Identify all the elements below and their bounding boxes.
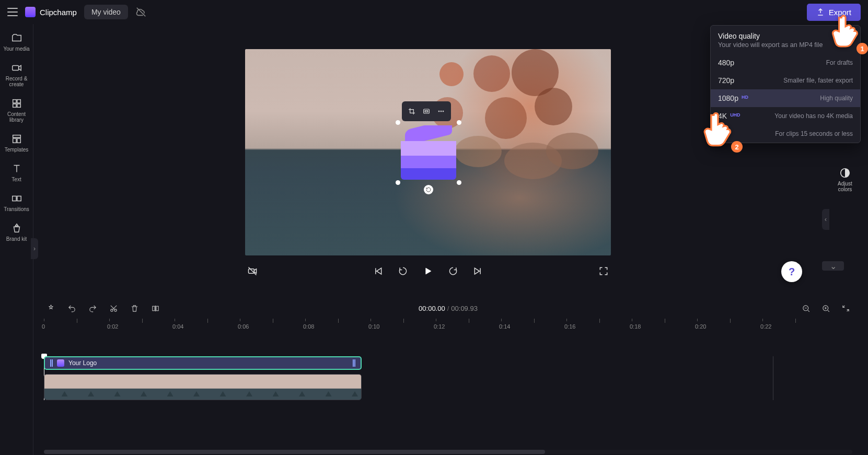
export-quality-menu: Video quality Your video will export as … xyxy=(710,25,861,143)
svg-rect-5 xyxy=(17,104,20,107)
svg-rect-2 xyxy=(13,100,16,103)
fit-button[interactable] xyxy=(420,104,433,118)
fit-timeline-button[interactable] xyxy=(841,304,850,313)
sidebar-item-content-library[interactable]: Content library xyxy=(0,92,33,128)
skip-to-start-button[interactable] xyxy=(371,264,385,278)
right-rail-collapse-toggle[interactable] xyxy=(822,209,829,230)
svg-rect-1 xyxy=(12,65,18,70)
clip-trim-left[interactable] xyxy=(50,359,53,367)
help-button[interactable]: ? xyxy=(781,261,802,282)
svg-rect-20 xyxy=(152,306,154,311)
sidebar-item-text[interactable]: Text xyxy=(0,158,33,188)
more-options-button[interactable] xyxy=(434,104,448,118)
project-title[interactable]: My video xyxy=(84,5,128,19)
fullscreen-button[interactable] xyxy=(596,264,611,278)
selected-element-logo[interactable] xyxy=(398,122,459,183)
skip-to-end-button[interactable] xyxy=(471,264,485,278)
export-button[interactable]: Export xyxy=(807,4,861,21)
playback-controls xyxy=(245,264,611,278)
menu-button[interactable] xyxy=(7,8,18,16)
timeline-end-marker xyxy=(773,356,773,400)
timeline-tracks[interactable]: Your Logo xyxy=(44,356,852,400)
svg-rect-7 xyxy=(13,138,16,143)
timeline-toolbar: 00:00.00/00:09.93 xyxy=(33,298,863,319)
clip-thumbnail-icon xyxy=(57,359,64,367)
track-clip-video[interactable] xyxy=(44,374,362,400)
svg-rect-21 xyxy=(156,306,158,311)
cloud-offline-icon[interactable] xyxy=(135,6,147,18)
svg-rect-11 xyxy=(423,109,429,113)
sidebar-item-your-media[interactable]: Your media xyxy=(0,27,33,57)
svg-rect-3 xyxy=(17,100,20,103)
svg-point-13 xyxy=(440,111,441,112)
svg-rect-9 xyxy=(12,196,16,201)
element-toolbar xyxy=(402,101,451,121)
delete-button[interactable] xyxy=(130,304,139,313)
svg-line-16 xyxy=(248,267,256,275)
export-menu-title: Video quality xyxy=(718,32,853,40)
clipchamp-logo-icon xyxy=(25,7,36,17)
rotate-handle[interactable] xyxy=(424,185,433,194)
export-menu-subtitle: Your video will export as an MP4 file xyxy=(718,41,853,49)
play-button[interactable] xyxy=(421,264,435,278)
resize-handle-bl[interactable] xyxy=(396,180,400,185)
adjust-colors-button[interactable]: Adjust colors xyxy=(838,167,852,192)
resize-handle-br[interactable] xyxy=(457,180,461,185)
svg-point-14 xyxy=(442,111,443,112)
top-bar: Clipchamp My video Export xyxy=(0,0,868,24)
svg-rect-4 xyxy=(13,104,16,107)
rewind-button[interactable] xyxy=(396,264,410,278)
app-logo[interactable]: Clipchamp xyxy=(25,7,77,17)
timeline-horizontal-scrollbar[interactable] xyxy=(44,450,852,454)
zoom-in-button[interactable] xyxy=(821,304,830,313)
export-option-1080p[interactable]: 1080pHD High quality xyxy=(711,89,860,107)
timeline-panel: 00:00.00/00:09.93 00:020:040:060:080:100… xyxy=(33,298,863,455)
zoom-out-button[interactable] xyxy=(801,304,811,313)
preview-canvas[interactable] xyxy=(245,49,611,255)
preview-stage xyxy=(33,24,822,296)
crop-button[interactable] xyxy=(405,104,419,118)
logo-graphic xyxy=(401,125,456,180)
sidebar-item-record-create[interactable]: Record & create xyxy=(0,57,33,92)
svg-rect-6 xyxy=(13,135,20,138)
redo-button[interactable] xyxy=(88,304,97,313)
export-option-720p[interactable]: 720p Smaller file, faster export xyxy=(711,72,860,89)
svg-point-12 xyxy=(438,111,439,112)
timeline-ruler[interactable]: 00:020:040:060:080:100:120:140:160:180:2… xyxy=(44,319,863,332)
export-button-label: Export xyxy=(829,8,851,17)
sidebar-item-brand-kit[interactable]: Brand kit xyxy=(0,217,33,247)
app-name: Clipchamp xyxy=(40,8,77,17)
export-option-480p[interactable]: 480p For drafts xyxy=(711,54,860,72)
export-option-gif[interactable]: GIF For clips 15 seconds or less xyxy=(711,125,860,143)
right-panel-chevron-down[interactable] xyxy=(822,261,844,271)
svg-rect-10 xyxy=(17,196,20,201)
resize-handle-tr[interactable] xyxy=(457,120,461,125)
sidebar-item-transitions[interactable]: Transitions xyxy=(0,188,33,217)
resize-handle-tl[interactable] xyxy=(396,120,400,125)
left-sidebar: Your media Record & create Content libra… xyxy=(0,24,33,455)
sidebar-item-templates[interactable]: Templates xyxy=(0,128,33,158)
split-button[interactable] xyxy=(151,304,160,313)
track-clip-logo[interactable]: Your Logo xyxy=(44,356,362,370)
svg-rect-8 xyxy=(17,138,20,143)
undo-button[interactable] xyxy=(67,304,76,313)
auto-enhance-button[interactable] xyxy=(46,304,55,313)
clip-trim-right[interactable] xyxy=(353,359,355,367)
camera-off-icon[interactable] xyxy=(245,264,260,278)
export-option-4k[interactable]: 4KUHD Your video has no 4K media xyxy=(711,107,860,125)
timecode-display: 00:00.00/00:09.93 xyxy=(419,305,478,312)
clip-label: Your Logo xyxy=(68,359,97,367)
cut-button[interactable] xyxy=(109,304,118,313)
forward-button[interactable] xyxy=(446,264,460,278)
